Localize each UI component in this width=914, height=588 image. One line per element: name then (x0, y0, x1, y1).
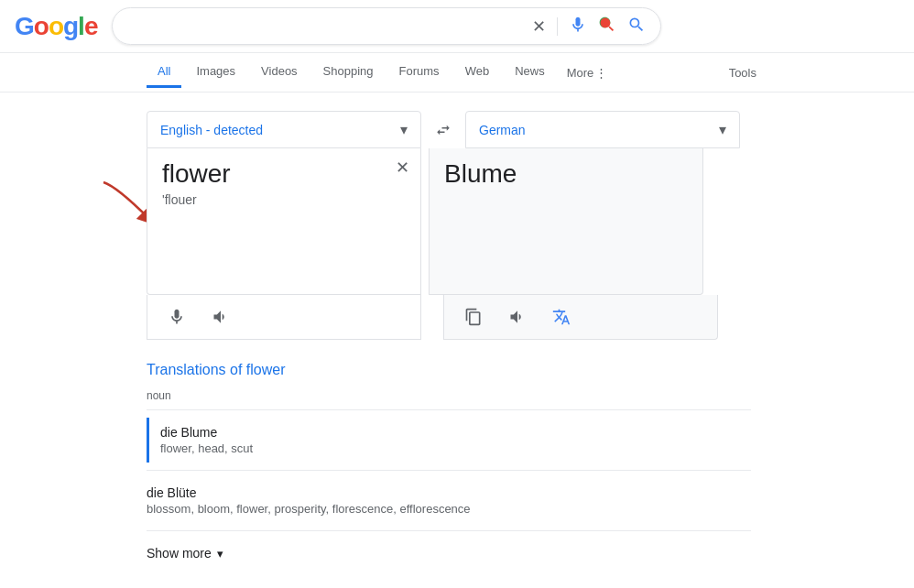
source-lang-chevron: ▾ (400, 121, 408, 138)
tools-button[interactable]: Tools (718, 59, 767, 87)
translation-subs-blume: flower, head, scut (160, 441, 751, 455)
more-label: More (567, 66, 594, 80)
target-speaker-icon[interactable] (503, 302, 532, 332)
translate-widget: English - detected ▾ German ▾ flower 'fl… (147, 111, 751, 568)
box-gap (421, 148, 429, 295)
tab-all[interactable]: All (147, 57, 181, 88)
logo-l: l (78, 12, 84, 41)
show-more-label: Show more (147, 546, 212, 561)
show-more-button[interactable]: Show more ▾ (147, 539, 751, 568)
more-menu[interactable]: More ⋮ (560, 59, 615, 87)
show-more-chevron-icon: ▾ (217, 547, 223, 561)
source-actions (147, 295, 421, 340)
source-speaker-icon[interactable] (206, 302, 235, 332)
search-icon[interactable] (627, 16, 646, 37)
tab-videos[interactable]: Videos (250, 57, 309, 88)
tab-forums[interactable]: Forums (388, 57, 451, 88)
target-lang-label: German (479, 123, 526, 137)
search-input[interactable]: flower deutsch (127, 18, 525, 35)
logo-o1: o (34, 12, 49, 41)
clear-search-icon[interactable]: ✕ (532, 16, 546, 37)
search-bar: flower deutsch ✕ (112, 7, 661, 45)
source-phonetic: 'flouer (162, 192, 406, 207)
tab-images[interactable]: Images (185, 57, 246, 88)
tab-web[interactable]: Web (454, 57, 501, 88)
action-gap (429, 295, 436, 340)
google-translate-logo-icon[interactable] (547, 302, 576, 332)
logo-o2: o (49, 12, 63, 41)
swap-languages-button[interactable] (429, 115, 458, 145)
translation-item-blume: die Blume flower, head, scut (147, 418, 751, 463)
tab-news[interactable]: News (504, 57, 556, 88)
logo-e: e (84, 12, 98, 41)
divider-line (557, 17, 558, 36)
translations-section: Translations of flower noun die Blume fl… (147, 362, 751, 568)
lens-icon[interactable] (598, 16, 616, 37)
translate-boxes: flower 'flouer ✕ Blume (147, 148, 751, 295)
pos-noun-label: noun (147, 389, 751, 402)
source-lang-label: English - detected (160, 123, 263, 137)
divider-2 (147, 470, 751, 471)
nav-tabs: All Images Videos Shopping Forums Web Ne… (0, 53, 914, 93)
source-word: flower (162, 159, 406, 189)
lang-selectors: English - detected ▾ German ▾ (147, 111, 751, 148)
header: Google flower deutsch ✕ (0, 0, 914, 53)
logo-g1: G (15, 12, 34, 41)
source-lang-select[interactable]: English - detected ▾ (147, 111, 421, 148)
translation-main-blume: die Blume (160, 425, 751, 440)
clear-translation-button[interactable]: ✕ (396, 159, 409, 176)
target-lang-chevron: ▾ (719, 121, 726, 138)
divider-3 (147, 530, 751, 531)
logo-g2: g (63, 12, 78, 41)
target-lang-select[interactable]: German ▾ (465, 111, 740, 148)
target-word: Blume (444, 159, 688, 189)
target-box: Blume (429, 148, 703, 295)
tab-shopping[interactable]: Shopping (312, 57, 385, 88)
translation-subs-blute: blossom, bloom, flower, prosperity, flor… (147, 502, 751, 516)
translations-title: Translations of flower (147, 362, 751, 378)
search-bar-icons: ✕ (532, 16, 646, 37)
source-mic-icon[interactable] (162, 302, 191, 332)
voice-search-icon[interactable] (569, 16, 587, 37)
divider-1 (147, 409, 751, 410)
main-content: English - detected ▾ German ▾ flower 'fl… (0, 93, 914, 586)
source-box: flower 'flouer ✕ (147, 148, 421, 295)
translation-item-blute: die Blüte blossom, bloom, flower, prospe… (147, 478, 751, 523)
action-rows (147, 295, 751, 340)
translation-main-blute: die Blüte (147, 485, 751, 500)
google-logo: Google (15, 12, 97, 41)
more-chevron-icon: ⋮ (595, 66, 607, 80)
target-actions (443, 295, 718, 340)
copy-icon[interactable] (459, 302, 488, 332)
